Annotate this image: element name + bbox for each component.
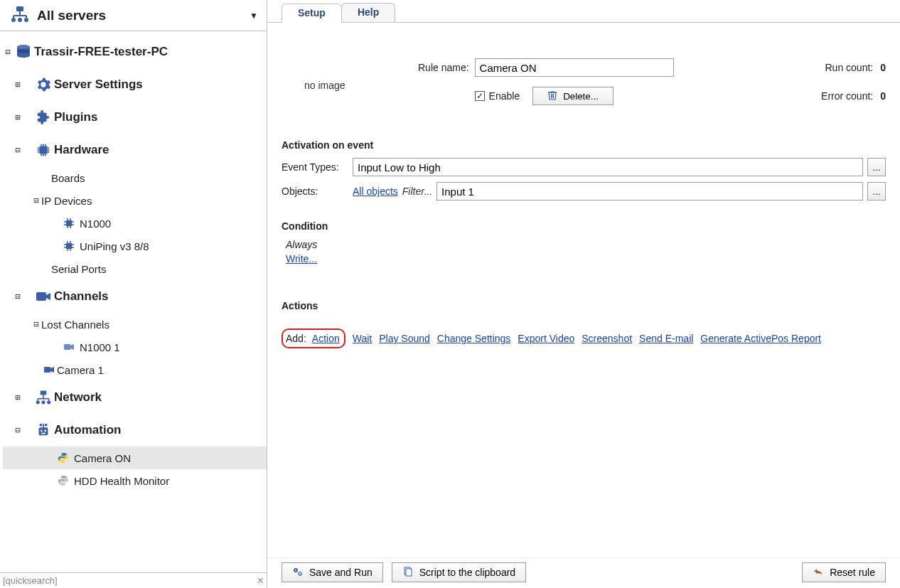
tree-label: Trassir-FREE-tester-PC [34,45,168,59]
collapse-icon[interactable]: ⊟ [13,292,23,301]
svg-point-5 [24,18,28,22]
add-change-settings-link[interactable]: Change Settings [437,333,511,344]
tree-label: Server Settings [54,77,143,92]
expand-icon[interactable]: ⊞ [13,112,23,122]
tree-label: Boards [51,172,85,184]
svg-rect-53 [39,427,48,435]
tree-label: HDD Health Monitor [74,475,169,487]
reset-rule-label: Reset rule [830,567,875,578]
error-count-value: 0 [880,90,886,102]
tree-label: Plugins [54,110,97,124]
tree-uniping[interactable]: UniPing v3 8/8 [3,235,267,257]
tree-ip-devices[interactable]: ⊟ IP Devices [3,189,267,212]
puzzle-icon [33,109,54,125]
reset-rule-button[interactable]: Reset rule [802,562,886,582]
objects-browse-button[interactable]: ... [867,182,886,201]
add-export-video-link[interactable]: Export Video [518,333,574,344]
tree-automation[interactable]: ⊟ Automation [3,414,267,447]
tree-server-root[interactable]: ⊟ Trassir-FREE-tester-PC [3,36,267,68]
collapse-icon[interactable]: ⊟ [31,196,41,205]
tree-camera-on[interactable]: Camera ON [3,447,267,469]
main-panel: Setup Help no image Rule name: Run count… [267,0,900,588]
tab-help[interactable]: Help [341,3,395,22]
tree-label: N1000 1 [80,341,120,353]
tree-channels[interactable]: ⊟ Channels [3,280,267,313]
collapse-icon[interactable]: ⊟ [3,47,13,57]
gears-icon [292,566,304,579]
svg-rect-24 [66,220,72,226]
add-play-sound-link[interactable]: Play Sound [379,333,430,344]
chip-icon [33,142,54,158]
svg-rect-0 [16,6,23,11]
add-action-link[interactable]: Action [312,333,340,344]
collapse-icon[interactable]: ⊟ [13,145,23,155]
section-activation: Activation on event [282,139,886,151]
save-and-run-button[interactable]: Save and Run [282,562,383,582]
event-types-label: Event Types: [282,161,348,173]
tree-label: Hardware [54,143,109,157]
enable-label: Enable [489,90,520,102]
python-icon [53,475,74,486]
svg-point-9 [17,49,30,53]
rule-name-input[interactable] [475,58,674,77]
sidebar-header[interactable]: All servers ▼ [0,0,267,31]
svg-rect-44 [44,367,50,373]
tree-n1000[interactable]: N1000 [3,212,267,235]
svg-point-3 [11,18,16,22]
robot-icon [33,422,54,438]
tree-camera-1[interactable]: Camera 1 [3,358,267,381]
undo-icon [813,566,824,579]
camera-icon [41,364,57,375]
svg-rect-43 [64,344,70,350]
svg-rect-56 [41,433,45,434]
tree-n1000-1[interactable]: N1000 1 [3,336,267,358]
expand-icon[interactable]: ⊞ [13,392,23,402]
tree-hardware[interactable]: ⊟ Hardware [3,134,267,166]
tree-boards[interactable]: · Boards [3,166,267,189]
delete-button[interactable]: Delete... [532,87,614,105]
add-wait-link[interactable]: Wait [353,333,372,344]
chip-icon [58,240,80,252]
sidebar: All servers ▼ ⊟ Trassir-FREE-tester-PC ⊞… [0,0,267,588]
write-link[interactable]: Write... [286,253,317,264]
camera-icon [58,341,80,353]
tree-label: UniPing v3 8/8 [80,240,149,252]
all-objects-link[interactable]: All objects [353,186,398,197]
error-count-label: Error count: [821,90,873,102]
tree-label: Camera 1 [57,364,104,376]
tree-plugins[interactable]: ⊞ Plugins [3,101,267,134]
chevron-down-icon[interactable]: ▼ [250,11,258,21]
script-clipboard-button[interactable]: Script to the clipboard [392,562,526,582]
tree-lost-channels[interactable]: ⊟ Lost Channels [3,313,267,336]
expand-icon[interactable]: ⊞ [13,80,23,90]
close-icon[interactable]: × [257,574,264,587]
tabs: Setup Help [267,0,900,23]
footer: Save and Run Script to the clipboard Res… [267,557,900,588]
enable-checkbox[interactable]: ✓ Enable [475,90,520,102]
add-screenshot-link[interactable]: Screenshot [582,333,632,344]
svg-rect-71 [406,569,412,576]
svg-point-59 [45,424,48,427]
objects-input[interactable] [436,182,863,201]
collapse-icon[interactable]: ⊟ [13,425,23,435]
quicksearch-bar[interactable]: [quicksearch] × [0,572,267,588]
tab-setup[interactable]: Setup [282,4,342,23]
clipboard-icon [402,566,414,579]
add-send-email-link[interactable]: Send E-mail [639,333,693,344]
section-condition: Condition [282,220,886,232]
objects-label: Objects: [282,186,348,197]
event-types-input[interactable] [353,158,863,176]
filter-label: Filter... [402,186,432,197]
tree-server-settings[interactable]: ⊞ Server Settings [3,68,267,101]
tree-serial-ports[interactable]: · Serial Ports [3,257,267,280]
database-icon [13,44,34,60]
ellipsis-icon: ... [872,162,880,173]
svg-point-48 [36,400,40,404]
add-generate-report-link[interactable]: Generate ActivePos Report [700,333,821,344]
event-types-browse-button[interactable]: ... [867,158,886,176]
collapse-icon[interactable]: ⊟ [31,319,41,329]
condition-value: Always [286,239,886,250]
tree-network[interactable]: ⊞ Network [3,381,267,414]
servers-icon [10,6,30,25]
tree-hdd-health[interactable]: HDD Health Monitor [3,469,267,492]
